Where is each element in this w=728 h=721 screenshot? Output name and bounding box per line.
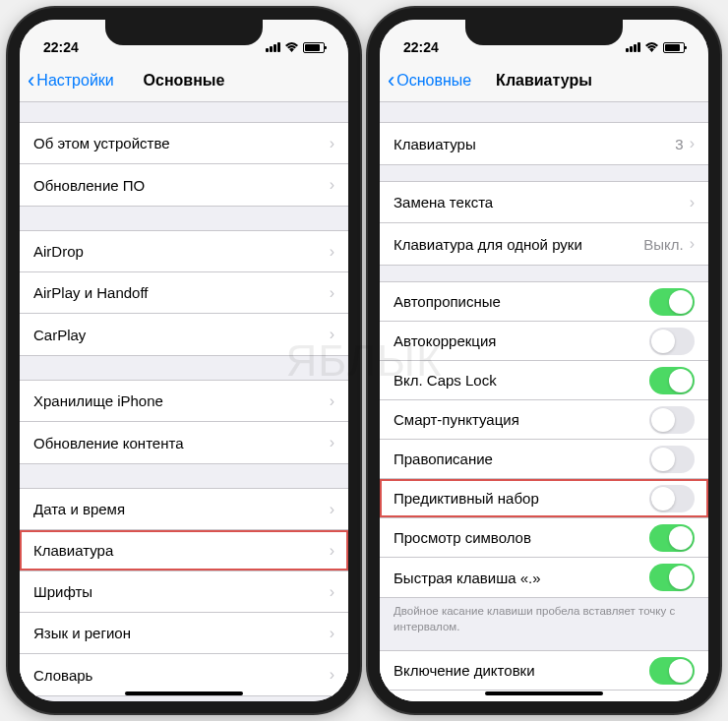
phone-left: 22:24 ‹ Настройки Основные Об этом устро… bbox=[8, 8, 360, 713]
section-about: Об этом устройстве › Обновление ПО › bbox=[20, 122, 348, 207]
row-predictive: Предиктивный набор bbox=[380, 479, 708, 518]
row-iphone-storage[interactable]: Хранилище iPhone › bbox=[20, 381, 348, 422]
page-title: Основные bbox=[144, 72, 225, 90]
chevron-right-icon: › bbox=[330, 326, 334, 343]
screen-left: 22:24 ‹ Настройки Основные Об этом устро… bbox=[20, 20, 348, 701]
notch bbox=[105, 20, 263, 45]
wifi-icon bbox=[284, 39, 299, 55]
chevron-left-icon: ‹ bbox=[28, 70, 34, 91]
chevron-right-icon: › bbox=[690, 194, 695, 211]
nav-bar: ‹ Настройки Основные bbox=[20, 59, 348, 102]
toggle-auto-capitalize[interactable] bbox=[649, 288, 695, 316]
section-footer: Двойное касание клавиши пробела вставляе… bbox=[380, 598, 708, 634]
section-system: Дата и время › Клавиатура › Шрифты › Язы… bbox=[20, 488, 348, 696]
status-time: 22:24 bbox=[403, 39, 439, 55]
section-toggles: Автопрописные Автокоррекция Вкл. Caps Lo… bbox=[380, 281, 708, 598]
chevron-right-icon: › bbox=[330, 284, 334, 302]
status-indicators bbox=[266, 39, 325, 55]
chevron-right-icon: › bbox=[330, 392, 334, 410]
chevron-left-icon: ‹ bbox=[388, 70, 394, 91]
cellular-signal-icon bbox=[266, 42, 280, 52]
row-spelling: Правописание bbox=[380, 440, 708, 479]
chevron-right-icon: › bbox=[330, 243, 334, 261]
row-text-replacement[interactable]: Замена текста › bbox=[380, 182, 708, 223]
cellular-signal-icon bbox=[626, 42, 640, 52]
row-value: Выкл. bbox=[643, 236, 683, 253]
toggle-period-shortcut[interactable] bbox=[649, 564, 695, 591]
chevron-right-icon: › bbox=[330, 542, 334, 560]
row-airdrop[interactable]: AirDrop › bbox=[20, 231, 348, 272]
row-character-preview: Просмотр символов bbox=[380, 518, 708, 558]
back-label: Основные bbox=[396, 72, 471, 90]
settings-content[interactable]: Об этом устройстве › Обновление ПО › Air… bbox=[20, 102, 348, 701]
notch bbox=[465, 20, 623, 45]
nav-bar: ‹ Основные Клавиатуры bbox=[380, 59, 708, 102]
toggle-dictation[interactable] bbox=[649, 657, 695, 685]
status-time: 22:24 bbox=[43, 39, 79, 55]
chevron-right-icon: › bbox=[330, 583, 334, 601]
chevron-right-icon: › bbox=[690, 235, 695, 253]
toggle-spelling[interactable] bbox=[649, 446, 695, 473]
row-software-update[interactable]: Обновление ПО › bbox=[20, 164, 348, 206]
row-fonts[interactable]: Шрифты › bbox=[20, 571, 348, 613]
row-keyboards[interactable]: Клавиатуры 3 › bbox=[380, 123, 708, 164]
battery-icon bbox=[303, 42, 325, 53]
toggle-character-preview[interactable] bbox=[649, 524, 695, 552]
row-caps-lock: Вкл. Caps Lock bbox=[380, 361, 708, 400]
row-background-refresh[interactable]: Обновление контента › bbox=[20, 422, 348, 463]
back-button[interactable]: ‹ Настройки bbox=[28, 70, 114, 91]
back-label: Настройки bbox=[36, 72, 113, 90]
row-auto-capitalize: Автопрописные bbox=[380, 282, 708, 322]
toggle-auto-correction[interactable] bbox=[649, 328, 695, 355]
row-auto-correction: Автокоррекция bbox=[380, 322, 708, 361]
row-one-handed[interactable]: Клавиатура для одной руки Выкл. › bbox=[380, 223, 708, 265]
row-about-device[interactable]: Об этом устройстве › bbox=[20, 123, 348, 164]
screen-right: 22:24 ‹ Основные Клавиатуры Клавиатуры 3… bbox=[380, 20, 708, 701]
row-airplay-handoff[interactable]: AirPlay и Handoff › bbox=[20, 272, 348, 314]
section-text: Замена текста › Клавиатура для одной рук… bbox=[380, 181, 708, 266]
toggle-caps-lock[interactable] bbox=[649, 367, 695, 394]
section-connectivity: AirDrop › AirPlay и Handoff › CarPlay › bbox=[20, 230, 348, 356]
section-keyboards: Клавиатуры 3 › bbox=[380, 122, 708, 165]
row-language-region[interactable]: Язык и регион › bbox=[20, 613, 348, 654]
chevron-right-icon: › bbox=[330, 625, 334, 642]
status-indicators bbox=[626, 39, 685, 55]
row-dictionary[interactable]: Словарь › bbox=[20, 654, 348, 695]
row-keyboard[interactable]: Клавиатура › bbox=[20, 530, 348, 571]
wifi-icon bbox=[644, 39, 659, 55]
row-carplay[interactable]: CarPlay › bbox=[20, 314, 348, 355]
row-smart-punctuation: Смарт-пунктуация bbox=[380, 400, 708, 440]
chevron-right-icon: › bbox=[330, 666, 334, 684]
row-enable-dictation: Включение диктовки bbox=[380, 651, 708, 691]
toggle-predictive[interactable] bbox=[649, 485, 695, 512]
row-value: 3 bbox=[675, 136, 683, 152]
back-button[interactable]: ‹ Основные bbox=[388, 70, 471, 91]
keyboards-content[interactable]: Клавиатуры 3 › Замена текста › Клавиатур… bbox=[380, 102, 708, 701]
home-indicator[interactable] bbox=[485, 691, 603, 695]
home-indicator[interactable] bbox=[125, 691, 243, 695]
chevron-right-icon: › bbox=[690, 135, 695, 152]
section-storage: Хранилище iPhone › Обновление контента › bbox=[20, 380, 348, 464]
toggle-smart-punctuation[interactable] bbox=[649, 406, 695, 434]
page-title: Клавиатуры bbox=[496, 72, 592, 90]
chevron-right-icon: › bbox=[330, 135, 334, 152]
row-period-shortcut: Быстрая клавиша «.» bbox=[380, 558, 708, 597]
chevron-right-icon: › bbox=[330, 434, 334, 451]
row-date-time[interactable]: Дата и время › bbox=[20, 489, 348, 530]
battery-icon bbox=[663, 42, 685, 53]
chevron-right-icon: › bbox=[330, 176, 334, 194]
phone-right: 22:24 ‹ Основные Клавиатуры Клавиатуры 3… bbox=[368, 8, 720, 713]
chevron-right-icon: › bbox=[330, 501, 334, 518]
